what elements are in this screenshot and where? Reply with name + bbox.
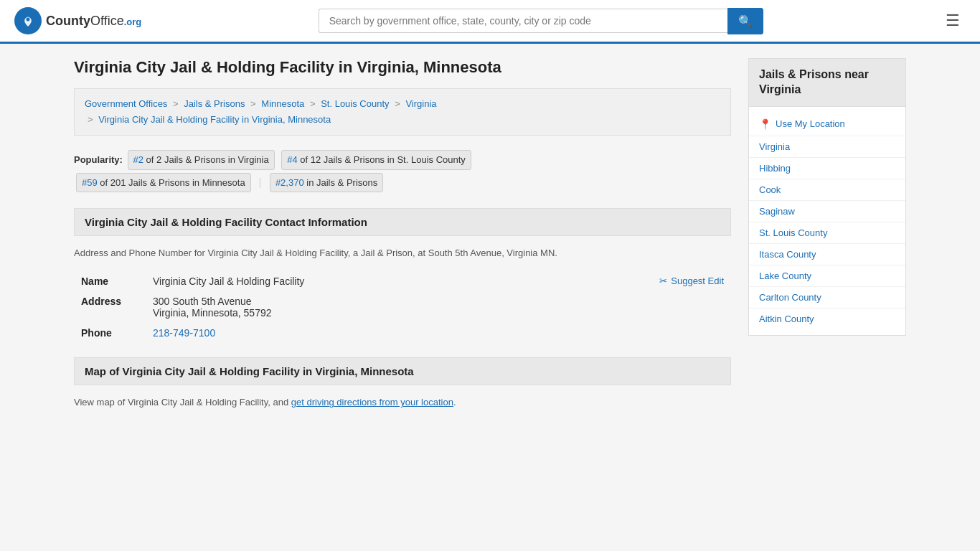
contact-table: Name Virginia City Jail & Holding Facili…	[74, 271, 731, 343]
sidebar-box: Jails & Prisons near Virginia 📍 Use My L…	[748, 58, 906, 336]
content-area: Virginia City Jail & Holding Facility in…	[74, 58, 731, 410]
address-line1: 300 South 5th Avenue	[153, 296, 724, 307]
popularity-badge-4: #2,370 in Jails & Prisons	[270, 173, 383, 192]
sidebar-use-location[interactable]: 📍 Use My Location	[749, 113, 905, 136]
site-header: CountyOffice.org 🔍 ☰	[0, 0, 980, 44]
contact-section: Virginia City Jail & Holding Facility Co…	[74, 208, 731, 344]
contact-section-header: Virginia City Jail & Holding Facility Co…	[74, 208, 731, 236]
breadcrumb-link-gov-offices[interactable]: Government Offices	[85, 98, 167, 109]
pop-divider	[260, 178, 260, 188]
sidebar-link-aitkin[interactable]: Aitkin County	[749, 308, 905, 329]
address-line2: Virginia, Minnesota, 55792	[153, 307, 724, 319]
popularity-label: Popularity:	[74, 154, 123, 165]
header-right: ☰	[940, 9, 966, 33]
suggest-edit: ✂ Suggest Edit	[659, 276, 724, 286]
phone-value: 218-749-7100	[146, 323, 731, 343]
sidebar-link-lake[interactable]: Lake County	[749, 265, 905, 286]
popularity-badge-1: #2 of 2 Jails & Prisons in Virginia	[128, 150, 275, 169]
breadcrumb-sep-4: >	[395, 98, 400, 109]
phone-link[interactable]: 218-749-7100	[153, 327, 215, 339]
sidebar-link-stlouis[interactable]: St. Louis County	[749, 222, 905, 243]
name-label: Name	[74, 271, 146, 291]
popularity-link-4[interactable]: #2,370	[275, 177, 304, 188]
map-description: View map of Virginia City Jail & Holding…	[74, 395, 731, 410]
suggest-edit-label: Suggest Edit	[671, 276, 724, 286]
table-row-phone: Phone 218-749-7100	[74, 323, 731, 343]
sidebar-link-carlton[interactable]: Carlton County	[749, 286, 905, 308]
main-container: Virginia City Jail & Holding Facility in…	[60, 44, 920, 424]
svg-point-1	[27, 18, 30, 22]
sidebar-link-virginia[interactable]: Virginia	[749, 136, 905, 157]
sidebar-link-itasca[interactable]: Itasca County	[749, 243, 905, 265]
popularity-section: Popularity: #2 of 2 Jails & Prisons in V…	[74, 149, 731, 194]
location-dot-icon: 📍	[759, 118, 771, 130]
popularity-badge-2: #4 of 12 Jails & Prisons in St. Louis Co…	[281, 150, 471, 169]
page-title: Virginia City Jail & Holding Facility in…	[74, 58, 731, 77]
use-location-label: Use My Location	[776, 118, 845, 129]
breadcrumb-sep-5: >	[88, 114, 93, 125]
popularity-link-2[interactable]: #4	[287, 154, 297, 165]
sidebar-link-saginaw[interactable]: Saginaw	[749, 200, 905, 222]
popularity-badge-3: #59 of 201 Jails & Prisons in Minnesota	[76, 173, 251, 192]
breadcrumb-link-minnesota[interactable]: Minnesota	[261, 98, 304, 109]
sidebar: Jails & Prisons near Virginia 📍 Use My L…	[748, 58, 906, 410]
sidebar-link-cook[interactable]: Cook	[749, 179, 905, 200]
address-label: Address	[74, 291, 146, 323]
menu-button[interactable]: ☰	[940, 9, 966, 33]
popularity-link-3[interactable]: #59	[82, 177, 98, 188]
edit-icon: ✂	[659, 276, 667, 286]
popularity-link-1[interactable]: #2	[133, 154, 143, 165]
breadcrumb-link-stlouis[interactable]: St. Louis County	[321, 98, 389, 109]
breadcrumb-link-jails-prisons[interactable]: Jails & Prisons	[184, 98, 245, 109]
suggest-edit-link[interactable]: ✂ Suggest Edit	[659, 276, 724, 286]
breadcrumb-link-virginia[interactable]: Virginia	[405, 98, 436, 109]
logo-icon	[14, 7, 42, 34]
breadcrumb-sep-2: >	[250, 98, 256, 109]
sidebar-link-hibbing[interactable]: Hibbing	[749, 157, 905, 179]
address-value: 300 South 5th Avenue Virginia, Minnesota…	[146, 291, 731, 323]
search-icon: 🔍	[738, 15, 753, 27]
name-row: Virginia City Jail & Holding Facility ✂ …	[153, 276, 724, 287]
breadcrumb-link-current[interactable]: Virginia City Jail & Holding Facility in…	[98, 114, 331, 125]
map-desc-prefix: View map of Virginia City Jail & Holding…	[74, 397, 291, 408]
search-button[interactable]: 🔍	[727, 8, 763, 34]
directions-link[interactable]: get driving directions from your locatio…	[291, 397, 453, 408]
search-bar: 🔍	[319, 8, 763, 34]
search-input[interactable]	[319, 9, 727, 33]
logo-text: CountyOffice.org	[46, 14, 141, 29]
phone-label: Phone	[74, 323, 146, 343]
map-section: Map of Virginia City Jail & Holding Faci…	[74, 357, 731, 410]
breadcrumb-sep: >	[173, 98, 179, 109]
sidebar-title: Jails & Prisons near Virginia	[749, 59, 905, 107]
contact-description: Address and Phone Number for Virginia Ci…	[74, 246, 731, 260]
sidebar-list: 📍 Use My Location Virginia Hibbing Cook …	[749, 107, 905, 335]
facility-name: Virginia City Jail & Holding Facility	[153, 276, 304, 287]
map-desc-suffix: .	[453, 397, 456, 408]
breadcrumb-sep-3: >	[310, 98, 316, 109]
table-row-address: Address 300 South 5th Avenue Virginia, M…	[74, 291, 731, 323]
table-row-name: Name Virginia City Jail & Holding Facili…	[74, 271, 731, 291]
breadcrumb: Government Offices > Jails & Prisons > M…	[74, 88, 731, 136]
name-value: Virginia City Jail & Holding Facility ✂ …	[146, 271, 731, 291]
map-section-header: Map of Virginia City Jail & Holding Faci…	[74, 357, 731, 385]
logo[interactable]: CountyOffice.org	[14, 7, 141, 34]
